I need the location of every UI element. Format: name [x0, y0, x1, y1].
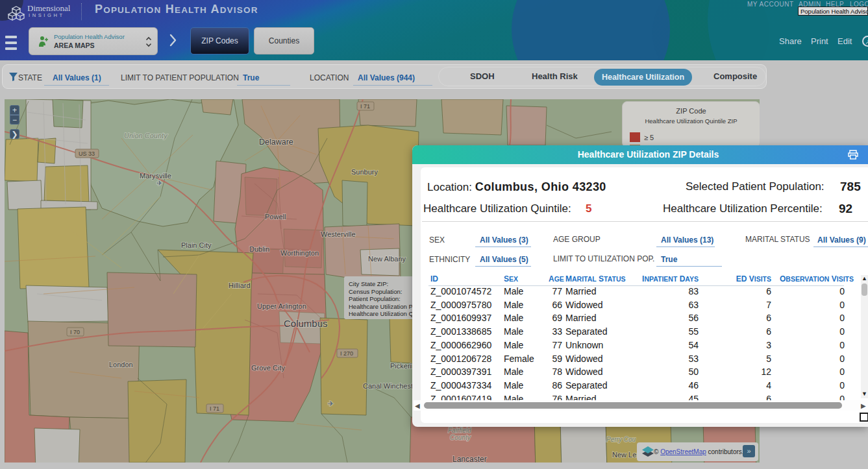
svg-text:✈: ✈ [328, 400, 334, 407]
svg-text:I 70: I 70 [70, 329, 80, 335]
svg-text:Perry Cou: Perry Cou [606, 436, 636, 443]
svg-text:Grove City: Grove City [251, 364, 285, 372]
svg-text:Plain City: Plain City [181, 241, 212, 249]
svg-text:Canal Winchester: Canal Winchester [363, 382, 419, 390]
svg-text:Sunbury: Sunbury [351, 168, 378, 176]
svg-text:Upper Arlington: Upper Arlington [257, 302, 306, 310]
svg-text:Marysville: Marysville [140, 172, 171, 180]
svg-text:I 71: I 71 [360, 103, 370, 110]
svg-text:✈: ✈ [156, 179, 162, 187]
svg-text:Hilliard: Hilliard [229, 282, 251, 289]
svg-text:Union County: Union County [124, 132, 168, 139]
svg-text:Powell: Powell [265, 213, 286, 221]
svg-text:Worthington: Worthington [280, 249, 319, 257]
svg-text:I 270: I 270 [340, 350, 353, 357]
svg-text:London: London [109, 361, 133, 368]
svg-text:Lancaster: Lancaster [453, 455, 487, 463]
svg-text:Westerville: Westerville [321, 230, 356, 238]
svg-text:Columbus: Columbus [284, 318, 328, 329]
svg-text:US 33: US 33 [79, 150, 95, 157]
svg-text:County: County [450, 434, 471, 441]
svg-text:Fairfield: Fairfield [448, 427, 471, 434]
svg-text:Dublin: Dublin [249, 245, 269, 253]
svg-text:I 71: I 71 [210, 405, 219, 412]
svg-text:New Albany: New Albany [368, 255, 406, 263]
svg-text:Delaware: Delaware [259, 138, 293, 147]
